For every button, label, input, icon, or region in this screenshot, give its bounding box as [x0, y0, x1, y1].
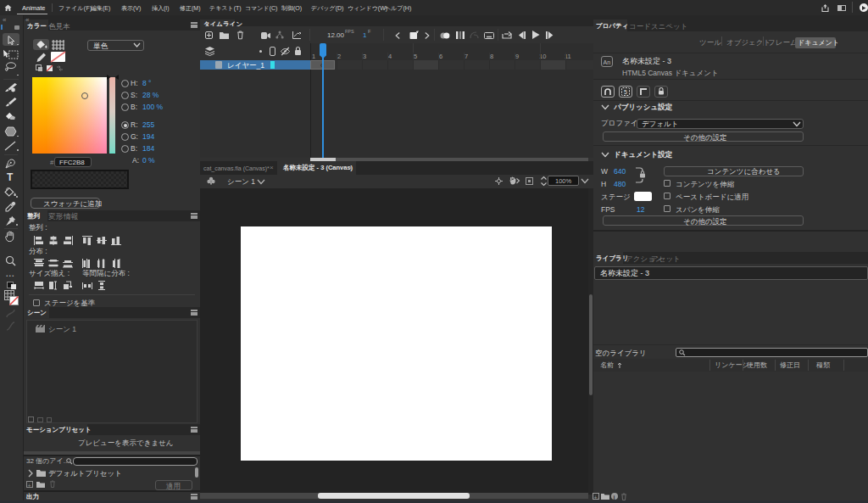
svg-text:5: 5 — [624, 89, 627, 95]
